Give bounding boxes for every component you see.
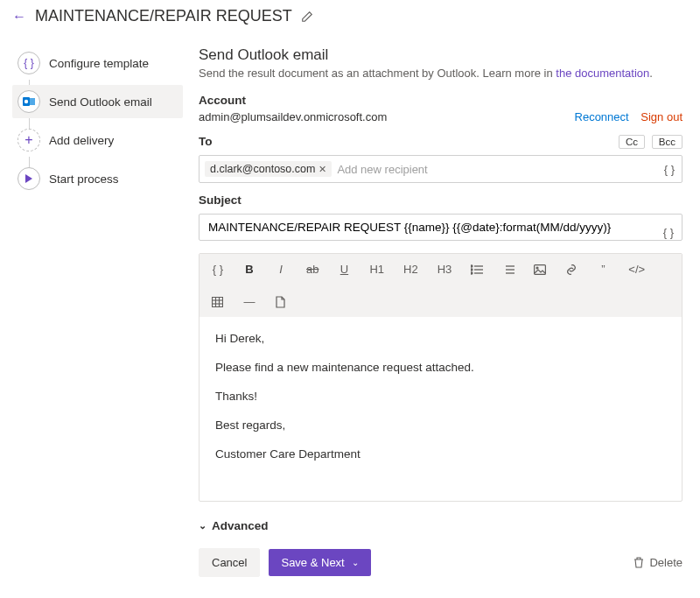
- recipient-chip-text: d.clark@contoso.com: [210, 163, 315, 175]
- recipient-chip[interactable]: d.clark@contoso.com ✕: [205, 161, 332, 177]
- strike-button[interactable]: ab: [306, 263, 318, 276]
- step-add-delivery[interactable]: + Add delivery: [12, 123, 183, 157]
- account-email: admin@plumsaildev.onmicrosoft.com: [199, 110, 387, 123]
- step-configure-template[interactable]: { } Configure template: [12, 46, 183, 80]
- advanced-label: Advanced: [212, 519, 269, 532]
- step-start-process[interactable]: Start process: [12, 162, 183, 195]
- save-next-label: Save & Next: [281, 556, 344, 569]
- quote-button[interactable]: ”: [597, 263, 609, 276]
- svg-point-2: [24, 100, 28, 103]
- table-icon[interactable]: [212, 297, 224, 307]
- edit-title-icon[interactable]: [301, 11, 313, 23]
- rich-text-editor: { } B I ab U H1 H2 H3: [199, 253, 682, 502]
- h2-button[interactable]: H2: [403, 263, 418, 276]
- advanced-toggle[interactable]: ⌄ Advanced: [199, 519, 682, 532]
- body-line: Thanks!: [215, 389, 666, 405]
- step-label: Configure template: [49, 57, 149, 70]
- remove-recipient-icon[interactable]: ✕: [318, 164, 326, 175]
- page-title: MAINTENANCE/REPAIR REQUEST: [35, 7, 292, 25]
- cancel-button[interactable]: Cancel: [199, 548, 260, 577]
- panel-description: Send the result document as an attachmen…: [199, 67, 682, 80]
- sidebar: { } Configure template Send Outlook emai…: [12, 34, 183, 577]
- unordered-list-icon[interactable]: [471, 264, 483, 275]
- svg-point-6: [471, 265, 472, 267]
- save-next-button[interactable]: Save & Next ⌄: [269, 549, 370, 576]
- body-line: Customer Care Department: [215, 447, 666, 463]
- insert-token-icon[interactable]: { }: [212, 263, 224, 276]
- bold-button[interactable]: B: [243, 263, 256, 276]
- main-panel: Send Outlook email Send the result docum…: [199, 34, 688, 577]
- chevron-down-icon: ⌄: [352, 558, 359, 567]
- documentation-link[interactable]: the documentation: [556, 67, 649, 80]
- to-label: To: [199, 135, 213, 148]
- svg-rect-14: [213, 297, 223, 306]
- underline-button[interactable]: U: [338, 263, 350, 276]
- token-picker-icon[interactable]: { }: [664, 163, 675, 176]
- panel-desc-text: Send the result document as an attachmen…: [199, 67, 556, 80]
- subject-label: Subject: [199, 193, 682, 207]
- braces-icon: { }: [18, 52, 40, 74]
- bcc-button[interactable]: Bcc: [652, 135, 682, 149]
- panel-desc-suffix: .: [649, 67, 653, 80]
- token-picker-icon[interactable]: { }: [663, 225, 674, 238]
- editor-toolbar: { } B I ab U H1 H2 H3: [200, 254, 682, 317]
- svg-rect-1: [30, 98, 35, 105]
- ordered-list-icon[interactable]: [502, 264, 514, 275]
- chevron-down-icon: ⌄: [199, 520, 206, 531]
- plus-icon: +: [18, 129, 40, 151]
- step-label: Start process: [49, 172, 119, 186]
- subject-input[interactable]: [199, 214, 682, 241]
- step-label: Send Outlook email: [49, 95, 152, 109]
- delete-button[interactable]: Delete: [634, 556, 682, 569]
- svg-point-13: [536, 267, 538, 269]
- step-label: Add delivery: [49, 134, 114, 147]
- attachment-icon[interactable]: [275, 296, 287, 308]
- panel-title: Send Outlook email: [199, 46, 682, 64]
- back-icon[interactable]: ←: [12, 10, 26, 24]
- image-icon[interactable]: [534, 264, 546, 275]
- body-line: Best regards,: [215, 418, 666, 434]
- to-field[interactable]: d.clark@contoso.com ✕ { }: [199, 155, 682, 183]
- h1-button[interactable]: H1: [369, 263, 384, 276]
- reconnect-link[interactable]: Reconnect: [575, 110, 629, 123]
- svg-point-8: [471, 272, 472, 274]
- hr-button[interactable]: —: [243, 295, 256, 308]
- add-recipient-input[interactable]: [337, 163, 655, 176]
- code-button[interactable]: </>: [628, 263, 645, 276]
- editor-body[interactable]: Hi Derek, Please find a new maintenance …: [200, 317, 682, 501]
- step-send-outlook-email[interactable]: Send Outlook email: [12, 85, 183, 118]
- link-icon[interactable]: [565, 264, 578, 275]
- svg-rect-12: [535, 264, 546, 274]
- body-line: Please find a new maintenance request at…: [215, 360, 666, 376]
- body-line: Hi Derek,: [215, 331, 666, 348]
- cc-button[interactable]: Cc: [619, 135, 645, 149]
- svg-point-7: [471, 269, 472, 271]
- account-label: Account: [199, 94, 682, 107]
- signout-link[interactable]: Sign out: [640, 110, 682, 123]
- outlook-icon: [18, 90, 40, 113]
- italic-button[interactable]: I: [275, 263, 287, 276]
- h3-button[interactable]: H3: [438, 263, 452, 276]
- delete-label: Delete: [649, 556, 682, 569]
- trash-icon: [634, 557, 644, 568]
- play-icon: [18, 167, 40, 190]
